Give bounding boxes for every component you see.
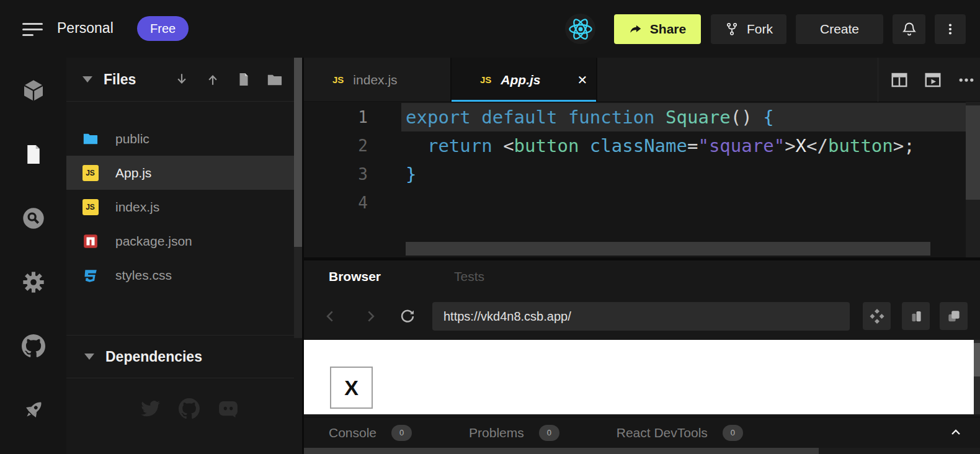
deploy-rocket-icon[interactable] [20,397,47,423]
chevron-down-icon [82,76,92,82]
github-icon[interactable] [20,333,47,359]
dependencies-section-header[interactable]: Dependencies [66,335,294,378]
files-section-header[interactable]: Files [66,58,294,102]
devtools-tab-label: Console [329,425,376,440]
create-label: Create [820,22,859,37]
react-logo-icon [565,14,595,44]
preview-shortcuts-icon[interactable] [863,302,891,330]
code-area[interactable]: 1234 export default function Square() { … [304,102,980,257]
devtools-tab-problems[interactable]: Problems0 [469,425,559,441]
devtools-tab-console[interactable]: Console0 [329,425,412,441]
browser-tab-tests[interactable]: Tests [454,269,484,284]
code-token: className [590,135,687,156]
code-token [579,135,589,156]
file-name: styles.css [115,268,172,283]
download-icon[interactable] [173,71,190,88]
files-header-title: Files [104,71,136,88]
create-button[interactable]: Create [796,14,883,44]
editor-hscrollbar-thumb[interactable] [406,242,930,256]
open-in-new-window-icon[interactable] [940,302,968,330]
file-name: package.json [115,234,192,249]
back-icon[interactable] [321,307,340,326]
codesandbox-app: Personal Free Share [0,0,980,454]
code-token: button [828,135,893,156]
editor-tab-bar: JSindex.jsJSApp.js✕ [304,58,980,102]
file-row-public[interactable]: public [66,122,294,156]
fork-button[interactable]: Fork [711,14,786,44]
file-name: public [115,131,149,146]
browser-tab-bar: BrowserTests [304,260,980,293]
file-name: App.js [115,166,151,180]
sandbox-cube-icon[interactable] [20,78,47,104]
tab-label: App.js [501,73,540,87]
css-file-icon [82,267,99,283]
ellipsis-icon[interactable] [956,70,976,90]
devtools-bar: Console0Problems0React DevTools0 [304,417,980,448]
responsive-mode-icon[interactable] [902,302,930,330]
editor-tab-App.js[interactable]: JSApp.js✕ [450,58,597,102]
npm-file-icon [82,233,99,249]
code-token: </ [806,135,828,156]
editor-actions [878,58,976,102]
split-view-icon[interactable] [889,70,909,90]
line-number: 1 [304,103,401,131]
browser-tab-browser[interactable]: Browser [329,269,381,284]
code-token: < [492,135,514,156]
js-file-icon: JS [82,164,99,181]
share-button[interactable]: Share [614,14,701,44]
github-social-icon[interactable] [179,398,200,419]
close-tab-icon[interactable]: ✕ [577,73,588,87]
devtools-tab-label: Problems [469,425,524,440]
top-bar: Personal Free Share [0,0,980,58]
code-line: return <button className="square">X</but… [401,131,966,160]
url-input[interactable] [432,302,850,331]
code-token: > [785,135,795,156]
code-token: export default function [406,107,666,128]
tab-label: index.js [353,73,397,87]
search-icon[interactable] [20,205,47,231]
new-folder-icon[interactable] [266,71,283,88]
line-number: 2 [304,131,401,160]
count-badge: 0 [391,425,412,441]
refresh-icon[interactable] [398,307,417,326]
browser-hscrollbar-thumb[interactable] [304,448,819,454]
line-number: 3 [304,160,401,189]
code-token: button [514,135,579,156]
js-badge: JS [82,165,99,181]
folder-file-icon [82,130,99,147]
file-row-index.js[interactable]: JSindex.js [66,190,294,224]
explorer-scrollbar-thumb[interactable] [294,58,302,247]
square-preview-button[interactable]: X [330,367,373,409]
code-token: { [752,107,774,128]
new-file-icon[interactable] [235,71,252,88]
preview-pane-icon[interactable] [923,70,943,90]
upload-icon[interactable] [204,71,221,88]
code-token: >; [893,135,915,156]
line-number: 4 [304,189,401,217]
file-row-package.json[interactable]: package.json [66,224,294,258]
activity-rail [0,58,66,454]
editor-tab-index.js[interactable]: JSindex.js [304,58,450,102]
editor-vscrollbar-thumb[interactable] [966,105,980,200]
forward-icon[interactable] [361,307,380,326]
files-panel-icon[interactable] [20,141,47,167]
file-row-App.js[interactable]: JSApp.js [66,156,294,190]
more-options-button[interactable] [935,14,966,44]
files-toolbar [173,71,283,88]
discord-icon[interactable] [218,398,239,419]
fork-label: Fork [747,22,773,37]
notifications-button[interactable] [893,14,925,44]
js-file-icon: JS [332,74,344,85]
twitter-icon[interactable] [140,398,161,419]
devtools-tab-react-devtools[interactable]: React DevTools0 [617,425,743,441]
file-list: publicJSApp.jsJSindex.jspackage.jsonstyl… [66,122,294,292]
preview-scrollbar-thumb[interactable] [974,343,980,376]
workspace-name[interactable]: Personal [57,20,114,37]
browser-panel: BrowserTests [302,260,980,454]
expand-devtools-icon[interactable] [947,423,965,442]
menu-icon[interactable] [22,20,46,38]
settings-gear-icon[interactable] [20,269,47,295]
count-badge: 0 [723,425,743,441]
file-row-styles.css[interactable]: styles.css [66,258,294,292]
share-arrow-icon [629,22,643,36]
